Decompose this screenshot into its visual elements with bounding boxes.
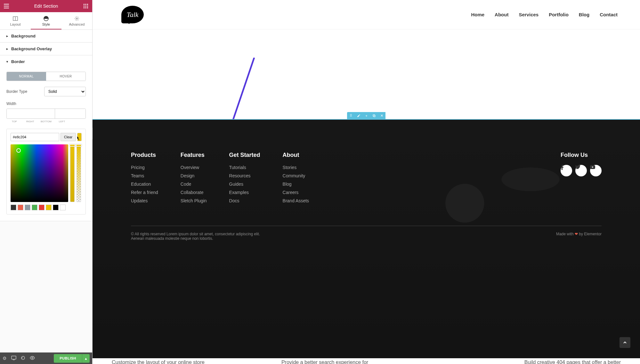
border-type-select[interactable]: Solid xyxy=(44,87,86,96)
color-hex-input[interactable] xyxy=(11,133,59,141)
section-handle-icon[interactable]: ⠿ xyxy=(347,112,355,119)
twitter-icon[interactable] xyxy=(575,165,587,176)
color-swatch[interactable] xyxy=(25,205,30,210)
width-inputs xyxy=(6,109,86,119)
footer-section[interactable]: ProductsPricingTeamsEducationRefer a fri… xyxy=(93,119,640,358)
hamburger-icon[interactable] xyxy=(3,3,10,9)
youtube-icon[interactable] xyxy=(590,165,602,176)
accordion-background[interactable]: ▸ Background xyxy=(0,30,92,42)
alpha-slider[interactable] xyxy=(77,144,81,202)
nav-link-portfolio[interactable]: Portfolio xyxy=(549,12,569,17)
accordion-background-label: Background xyxy=(11,34,36,38)
width-right-input[interactable] xyxy=(55,109,86,118)
footer-link[interactable]: Docs xyxy=(229,198,260,203)
footer-link[interactable]: Brand Assets xyxy=(283,198,309,203)
section-close-icon[interactable]: ✕ xyxy=(378,112,385,119)
color-swatch[interactable] xyxy=(60,205,66,210)
color-swatches xyxy=(11,205,82,210)
color-swatch[interactable] xyxy=(32,205,37,210)
color-clear-button[interactable]: Clear xyxy=(61,133,76,141)
svg-rect-21 xyxy=(373,114,375,116)
tab-advanced[interactable]: Advanced xyxy=(61,12,92,29)
footer-link[interactable]: Resources xyxy=(229,173,260,178)
footer-link[interactable]: Overview xyxy=(181,165,207,170)
color-handle[interactable] xyxy=(16,148,21,153)
footer-link[interactable]: Collaborate xyxy=(181,190,207,195)
svg-rect-3 xyxy=(84,4,85,5)
section-add-icon[interactable]: ＋ xyxy=(362,112,370,119)
footer-link[interactable]: Code xyxy=(181,182,207,187)
responsive-icon[interactable] xyxy=(11,356,16,361)
svg-rect-8 xyxy=(87,6,88,7)
footer-link[interactable]: Guides xyxy=(229,182,260,187)
footer-column-title: Features xyxy=(181,152,207,158)
color-swatch[interactable] xyxy=(11,205,16,210)
color-picker: Clear xyxy=(6,129,86,214)
svg-rect-4 xyxy=(85,4,86,5)
footer-link[interactable]: Refer a friend xyxy=(131,190,158,195)
footer-link[interactable]: Tutorials xyxy=(229,165,260,170)
grid-icon[interactable] xyxy=(83,3,89,9)
publish-caret-button[interactable]: ▴ xyxy=(82,354,90,363)
color-swatch[interactable] xyxy=(39,205,45,210)
site-header: Talk HomeAboutServicesPortfolioBlogConta… xyxy=(93,0,640,29)
accordion-bg-overlay-label: Background Overlay xyxy=(11,46,52,51)
state-normal-button[interactable]: NORMAL xyxy=(7,72,46,81)
footer-link[interactable]: Stories xyxy=(283,165,309,170)
state-hover-button[interactable]: HOVER xyxy=(46,72,85,81)
svg-point-18 xyxy=(32,357,33,359)
facebook-icon[interactable] xyxy=(561,165,572,176)
footer-link[interactable]: Blog xyxy=(283,182,309,187)
nav-link-home[interactable]: Home xyxy=(471,12,484,17)
footer-column-title: Get Started xyxy=(229,152,260,158)
nav-link-contact[interactable]: Contact xyxy=(600,12,618,17)
footer-column-title: About xyxy=(283,152,309,158)
footer-link[interactable]: Pricing xyxy=(131,165,158,170)
color-swatch[interactable] xyxy=(53,205,59,210)
color-swatch[interactable] xyxy=(46,205,52,210)
side-right-label: RIGHT xyxy=(22,120,38,123)
footer-link[interactable]: Community xyxy=(283,173,309,178)
tab-layout[interactable]: Layout xyxy=(0,12,31,29)
publish-button[interactable]: PUBLISH xyxy=(54,354,82,363)
accordion-border[interactable]: ▾ Border xyxy=(0,55,92,68)
tab-layout-label: Layout xyxy=(10,22,20,26)
follow-title: Follow Us xyxy=(561,152,602,158)
footer-link[interactable]: Education xyxy=(131,182,158,187)
edit-panel: Edit Section Layout Style Advanced ▸ xyxy=(0,0,93,364)
site-logo[interactable]: Talk xyxy=(121,6,144,23)
width-top-input[interactable] xyxy=(7,109,55,118)
settings-icon[interactable]: ⚙ xyxy=(3,356,7,361)
nav-link-about[interactable]: About xyxy=(495,12,508,17)
footer-link[interactable]: Examples xyxy=(229,190,260,195)
history-icon[interactable] xyxy=(21,356,25,361)
hue-slider[interactable] xyxy=(70,144,75,202)
nav-link-blog[interactable]: Blog xyxy=(579,12,589,17)
footer-column-get-started: Get StartedTutorialsResourcesGuidesExamp… xyxy=(229,152,260,206)
accordion-background-overlay[interactable]: ▸ Background Overlay xyxy=(0,43,92,55)
footer-link[interactable]: Updates xyxy=(131,198,158,203)
scroll-top-button[interactable] xyxy=(620,337,630,348)
nav-link-services[interactable]: Services xyxy=(519,12,539,17)
preview-icon[interactable] xyxy=(30,356,35,361)
footer-link[interactable]: Sletch Plugin xyxy=(181,198,207,203)
color-swatch[interactable] xyxy=(18,205,23,210)
section-toolbar: ⠿ ＋ ✕ xyxy=(347,112,385,119)
color-current-swatch[interactable] xyxy=(77,133,82,141)
panel-header: Edit Section xyxy=(0,0,92,12)
section-duplicate-icon[interactable] xyxy=(370,112,378,119)
caret-down-icon: ▾ xyxy=(6,60,8,63)
width-label: Width xyxy=(6,101,86,106)
preview-area: Talk HomeAboutServicesPortfolioBlogConta… xyxy=(93,0,640,364)
footer-follow: Follow Us xyxy=(561,152,602,206)
section-edit-icon[interactable] xyxy=(355,112,362,119)
footer-link[interactable]: Design xyxy=(181,173,207,178)
footer-link[interactable]: Teams xyxy=(131,173,158,178)
tab-style[interactable]: Style xyxy=(31,12,61,29)
footer-made-with: Made with ❤ by Elementor xyxy=(556,232,602,241)
footer-column-about: AboutStoriesCommunityBlogCareersBrand As… xyxy=(283,152,309,206)
caret-right-icon: ▸ xyxy=(6,47,8,51)
svg-rect-6 xyxy=(84,6,85,7)
footer-link[interactable]: Careers xyxy=(283,190,309,195)
color-saturation-area[interactable] xyxy=(11,144,68,202)
